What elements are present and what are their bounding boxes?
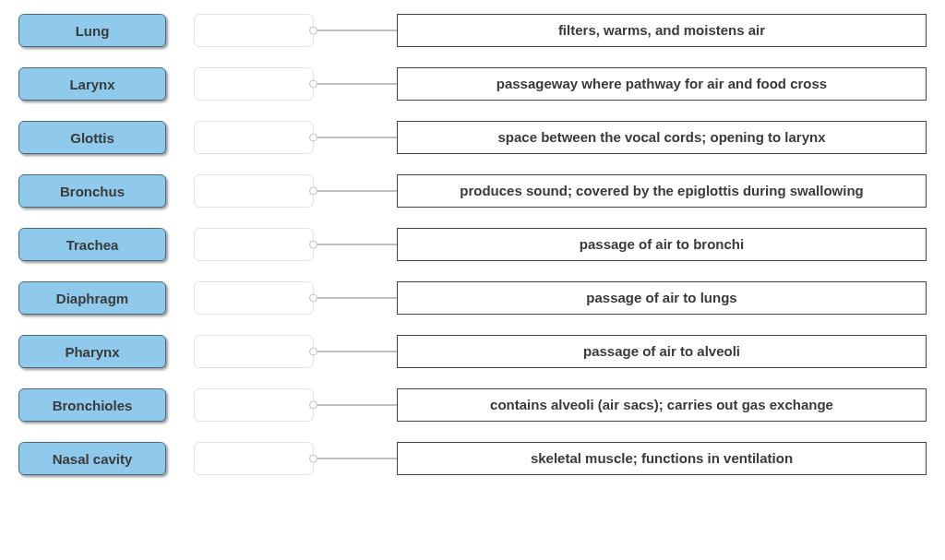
drop-zone[interactable]: [194, 281, 314, 315]
definition-box: passageway where pathway for air and foo…: [397, 67, 927, 101]
drop-zone[interactable]: [194, 174, 314, 208]
connector-dot-icon: [309, 241, 317, 249]
drop-zone[interactable]: [194, 67, 314, 101]
match-row: Lungfilters, warms, and moistens air: [18, 14, 927, 47]
connector-line-icon: [317, 297, 397, 299]
connector: [314, 14, 397, 47]
match-row: Glottisspace between the vocal cords; op…: [18, 121, 927, 154]
drop-zone[interactable]: [194, 121, 314, 154]
drop-zone[interactable]: [194, 335, 314, 368]
connector-dot-icon: [309, 27, 317, 35]
connector: [314, 388, 397, 422]
definition-box: passage of air to alveoli: [397, 335, 927, 368]
connector-line-icon: [317, 137, 397, 138]
match-row: Larynxpassageway where pathway for air a…: [18, 67, 927, 101]
connector-dot-icon: [309, 80, 317, 89]
drop-zone[interactable]: [194, 388, 314, 422]
connector: [314, 442, 397, 475]
connector-dot-icon: [309, 134, 317, 142]
drop-zone[interactable]: [194, 228, 314, 261]
connector-dot-icon: [309, 187, 317, 196]
matching-exercise: Lungfilters, warms, and moistens airLary…: [18, 14, 927, 475]
connector: [314, 335, 397, 368]
connector-line-icon: [317, 351, 397, 352]
connector: [314, 174, 397, 208]
drop-zone[interactable]: [194, 442, 314, 475]
connector-dot-icon: [309, 294, 317, 303]
connector: [314, 67, 397, 101]
connector-line-icon: [317, 83, 397, 85]
term-tile[interactable]: Glottis: [18, 121, 166, 154]
connector: [314, 228, 397, 261]
connector: [314, 281, 397, 315]
connector-line-icon: [317, 404, 397, 406]
connector: [314, 121, 397, 154]
definition-box: skeletal muscle; functions in ventilatio…: [397, 442, 927, 475]
connector-line-icon: [317, 244, 397, 245]
match-row: Tracheapassage of air to bronchi: [18, 228, 927, 261]
term-tile[interactable]: Diaphragm: [18, 281, 166, 315]
term-tile[interactable]: Lung: [18, 14, 166, 47]
term-tile[interactable]: Trachea: [18, 228, 166, 261]
drop-zone[interactable]: [194, 14, 314, 47]
connector-line-icon: [317, 458, 397, 459]
term-tile[interactable]: Pharynx: [18, 335, 166, 368]
connector-line-icon: [317, 30, 397, 31]
match-row: Bronchusproduces sound; covered by the e…: [18, 174, 927, 208]
definition-box: filters, warms, and moistens air: [397, 14, 927, 47]
definition-box: passage of air to lungs: [397, 281, 927, 315]
connector-dot-icon: [309, 401, 317, 410]
connector-line-icon: [317, 190, 397, 192]
match-row: Diaphragmpassage of air to lungs: [18, 281, 927, 315]
term-tile[interactable]: Larynx: [18, 67, 166, 101]
match-row: Pharynxpassage of air to alveoli: [18, 335, 927, 368]
match-row: Bronchiolescontains alveoli (air sacs); …: [18, 388, 927, 422]
term-tile[interactable]: Bronchus: [18, 174, 166, 208]
term-tile[interactable]: Bronchioles: [18, 388, 166, 422]
match-row: Nasal cavityskeletal muscle; functions i…: [18, 442, 927, 475]
connector-dot-icon: [309, 455, 317, 463]
definition-box: contains alveoli (air sacs); carries out…: [397, 388, 927, 422]
term-tile[interactable]: Nasal cavity: [18, 442, 166, 475]
definition-box: produces sound; covered by the epiglotti…: [397, 174, 927, 208]
connector-dot-icon: [309, 348, 317, 356]
definition-box: space between the vocal cords; opening t…: [397, 121, 927, 154]
definition-box: passage of air to bronchi: [397, 228, 927, 261]
